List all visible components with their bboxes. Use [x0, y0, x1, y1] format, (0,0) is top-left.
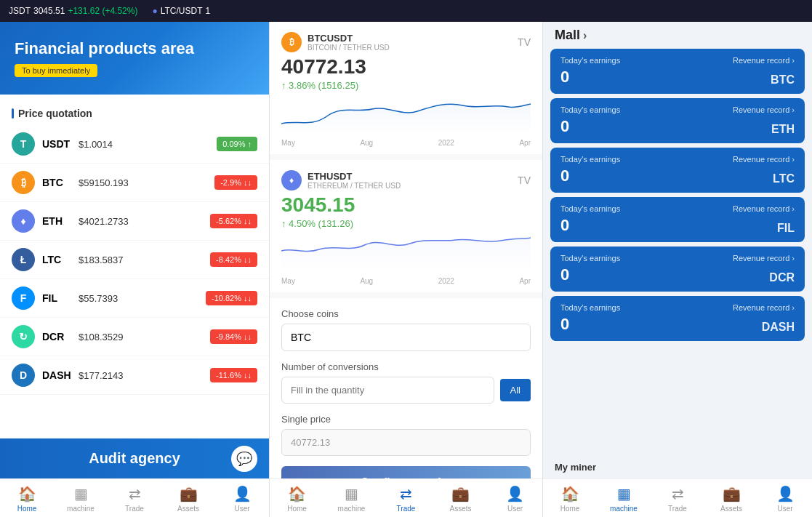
ticker-change: +131.62 (+4.52%)	[68, 6, 137, 16]
right-nav-machine[interactable]: ▦ machine	[597, 479, 651, 517]
right-nav-trade[interactable]: ⇄ Trade	[651, 479, 704, 517]
conversions-label: Number of conversions	[281, 361, 531, 372]
assets-icon: 💼	[180, 485, 198, 502]
eth-badge: ♦	[281, 170, 302, 191]
coin-price: $183.5837	[79, 255, 210, 265]
revenue-record-link[interactable]: Revenue record ›	[733, 303, 795, 312]
price-row[interactable]: ♦ ETH $4021.2733 -5.62% ↓↓	[0, 202, 269, 241]
coin-change: -2.9% ↓↓	[214, 175, 257, 190]
revenue-record-link[interactable]: Revenue record ›	[733, 56, 795, 65]
coin-change: -8.42% ↓↓	[210, 252, 257, 267]
price-row[interactable]: D DASH $177.2143 -11.6% ↓↓	[0, 356, 269, 395]
eth-symbol: ETHUSDT	[307, 171, 401, 182]
earnings-label: Today's earnings	[560, 254, 620, 262]
coin-name: ETH	[42, 215, 79, 227]
coin-name: DASH	[42, 369, 79, 381]
price-row[interactable]: ↻ DCR $108.3529 -9.84% ↓↓	[0, 318, 269, 356]
support-icon[interactable]: 💬	[231, 446, 257, 472]
right-home-icon: 🏠	[561, 485, 579, 502]
left-nav-assets[interactable]: 💼 Assets	[161, 479, 215, 517]
mid-nav-trade[interactable]: ⇄ Trade	[379, 479, 433, 517]
mid-nav-machine[interactable]: ▦ machine	[324, 479, 379, 517]
banner-title: Financial products area	[15, 39, 254, 58]
main-content: Financial products area To buy immediate…	[0, 22, 812, 517]
earnings-value: 0	[560, 216, 569, 235]
price-row[interactable]: ₿ BTC $59150.193 -2.9% ↓↓	[0, 164, 269, 202]
earnings-label: Today's earnings	[560, 303, 620, 312]
coin-price: $177.2143	[79, 370, 210, 381]
eth-change: ↑ 4.50% (131.26)	[281, 218, 531, 229]
revenue-record-link[interactable]: Revenue record ›	[733, 155, 795, 164]
coin-select[interactable]: BTC ETH LTC USDT FIL DCR DASH	[281, 324, 531, 351]
earnings-top: Today's earnings Revenue record ›	[560, 254, 795, 262]
price-row[interactable]: T USDT $1.0014 0.09% ↑	[0, 125, 269, 164]
eth-coin-info: ♦ ETHUSDT ETHEREUM / TETHER USD	[281, 170, 401, 191]
coin-change: -9.84% ↓↓	[210, 329, 257, 344]
mid-nav-assets[interactable]: 💼 Assets	[433, 479, 488, 517]
earnings-bottom: 0 LTC	[560, 167, 795, 185]
coin-name: FIL	[42, 292, 79, 304]
coin-icon: F	[12, 286, 35, 310]
earnings-top: Today's earnings Revenue record ›	[560, 303, 795, 312]
coin-name: LTC	[42, 254, 79, 265]
mall-title: Mall	[555, 28, 580, 43]
earnings-bottom: 0 FIL	[560, 216, 795, 235]
left-nav-machine[interactable]: ▦ machine	[54, 479, 108, 517]
mid-nav-user-label: User	[507, 505, 523, 513]
mid-nav-home[interactable]: 🏠 Home	[270, 479, 324, 517]
right-machine-icon: ▦	[617, 485, 631, 502]
left-nav-user[interactable]: 👤 User	[215, 479, 269, 517]
right-assets-icon: 💼	[723, 485, 741, 502]
right-nav-assets[interactable]: 💼 Assets	[704, 479, 758, 517]
all-button[interactable]: All	[500, 379, 531, 401]
btc-label-may: May	[281, 139, 295, 147]
revenue-record-link[interactable]: Revenue record ›	[733, 105, 795, 114]
price-row[interactable]: F FIL $55.7393 -10.82% ↓↓	[0, 279, 269, 318]
left-nav-home[interactable]: 🏠 Home	[0, 479, 54, 517]
earnings-bottom: 0 DASH	[560, 315, 795, 334]
mid-user-icon: 👤	[506, 485, 524, 502]
mid-home-icon: 🏠	[288, 485, 306, 502]
left-panel: Financial products area To buy immediate…	[0, 22, 269, 517]
btc-chart-header: ₿ BTCUSDT BITCOIN / TETHER USD TV	[281, 32, 531, 52]
home-icon: 🏠	[18, 485, 36, 502]
revenue-record-link[interactable]: Revenue record ›	[733, 254, 795, 262]
btc-name-block: BTCUSDT BITCOIN / TETHER USD	[307, 33, 390, 52]
earnings-coin: BTC	[771, 73, 795, 87]
trade-icon: ⇄	[129, 485, 141, 502]
confirm-transfer-button[interactable]: Confirm transfer	[281, 466, 531, 478]
buy-immediately-button[interactable]: To buy immediately	[15, 64, 97, 77]
mid-nav-user[interactable]: 👤 User	[488, 479, 542, 517]
earnings-coin: ETH	[771, 123, 795, 136]
mall-chevron-icon[interactable]: ›	[583, 29, 587, 42]
left-nav-trade[interactable]: ⇄ Trade	[108, 479, 161, 517]
earnings-bottom: 0 BTC	[560, 68, 795, 87]
single-price-label: Single price	[281, 414, 531, 425]
ticker-ltc-pair: LTC/USDT	[161, 6, 203, 16]
coin-change: -11.6% ↓↓	[210, 368, 257, 382]
price-row[interactable]: Ł LTC $183.5837 -8.42% ↓↓	[0, 241, 269, 279]
earnings-label: Today's earnings	[560, 105, 620, 114]
nav-user-label: User	[234, 505, 249, 513]
earnings-coin: FIL	[777, 222, 795, 235]
coin-icon: D	[12, 364, 35, 387]
machine-icon: ▦	[74, 485, 88, 502]
earnings-coin: DASH	[762, 321, 795, 334]
quantity-input[interactable]	[281, 377, 494, 404]
right-nav-user[interactable]: 👤 User	[758, 479, 812, 517]
coin-price: $59150.193	[79, 177, 214, 188]
mid-assets-icon: 💼	[451, 485, 470, 502]
earnings-coin: DCR	[769, 271, 795, 284]
btc-full-name: BITCOIN / TETHER USD	[307, 44, 390, 52]
earnings-card: Today's earnings Revenue record › 0 BTC	[550, 49, 805, 94]
coin-name: USDT	[42, 138, 79, 150]
coin-icon: T	[12, 132, 35, 156]
right-nav-home[interactable]: 🏠 Home	[543, 479, 597, 517]
earnings-label: Today's earnings	[560, 204, 620, 213]
btc-label-2022: 2022	[438, 139, 454, 147]
audit-bar: Audit agency 💬	[0, 438, 269, 478]
btc-badge: ₿	[281, 32, 302, 52]
right-nav-machine-label: machine	[610, 505, 638, 513]
btc-coin-info: ₿ BTCUSDT BITCOIN / TETHER USD	[281, 32, 390, 52]
revenue-record-link[interactable]: Revenue record ›	[733, 204, 795, 213]
